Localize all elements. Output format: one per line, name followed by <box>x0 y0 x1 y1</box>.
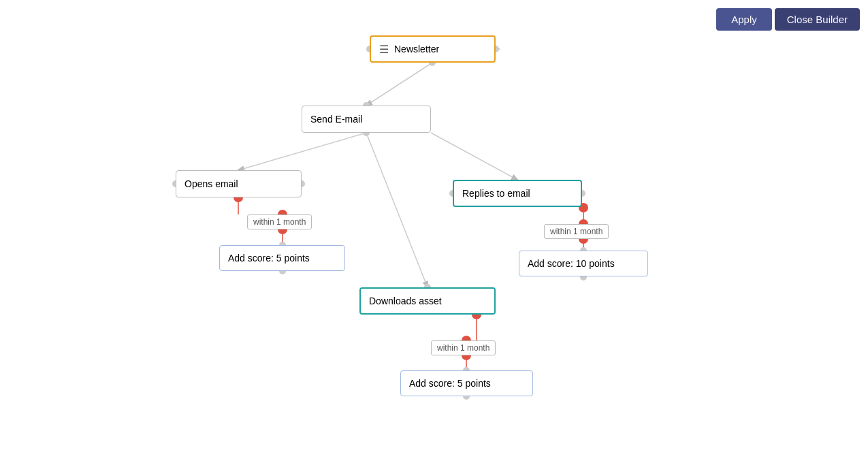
newsletter-node[interactable]: ☰ Newsletter <box>370 35 496 63</box>
within-month-badge-2[interactable]: within 1 month <box>544 224 609 239</box>
within-month-badge-1[interactable]: within 1 month <box>247 214 312 229</box>
replies-email-label: Replies to email <box>462 188 530 199</box>
add-score-1-node[interactable]: Add score: 5 points <box>219 245 345 271</box>
svg-line-5 <box>431 133 517 180</box>
newsletter-label: Newsletter <box>394 44 439 54</box>
downloads-asset-node[interactable]: Downloads asset <box>359 287 496 315</box>
add-score-2-label: Add score: 10 points <box>528 258 615 269</box>
downloads-asset-label: Downloads asset <box>369 296 442 306</box>
close-builder-button[interactable]: Close Builder <box>775 8 860 31</box>
apply-button[interactable]: Apply <box>716 8 772 31</box>
opens-email-node[interactable]: Opens email <box>176 170 302 197</box>
add-score-3-node[interactable]: Add score: 5 points <box>400 370 533 396</box>
svg-line-0 <box>366 63 432 106</box>
add-score-3-label: Add score: 5 points <box>409 378 491 389</box>
add-score-2-node[interactable]: Add score: 10 points <box>519 251 648 276</box>
svg-line-4 <box>366 133 428 287</box>
list-icon: ☰ <box>379 43 389 56</box>
toolbar: Apply Close Builder <box>716 8 860 31</box>
send-email-label: Send E-mail <box>310 114 362 125</box>
replies-email-node[interactable]: Replies to email <box>453 180 582 207</box>
add-score-1-label: Add score: 5 points <box>228 253 310 264</box>
within-month-badge-3[interactable]: within 1 month <box>431 340 496 355</box>
svg-line-3 <box>238 133 366 170</box>
opens-email-label: Opens email <box>184 178 238 189</box>
send-email-node[interactable]: Send E-mail <box>302 106 431 133</box>
